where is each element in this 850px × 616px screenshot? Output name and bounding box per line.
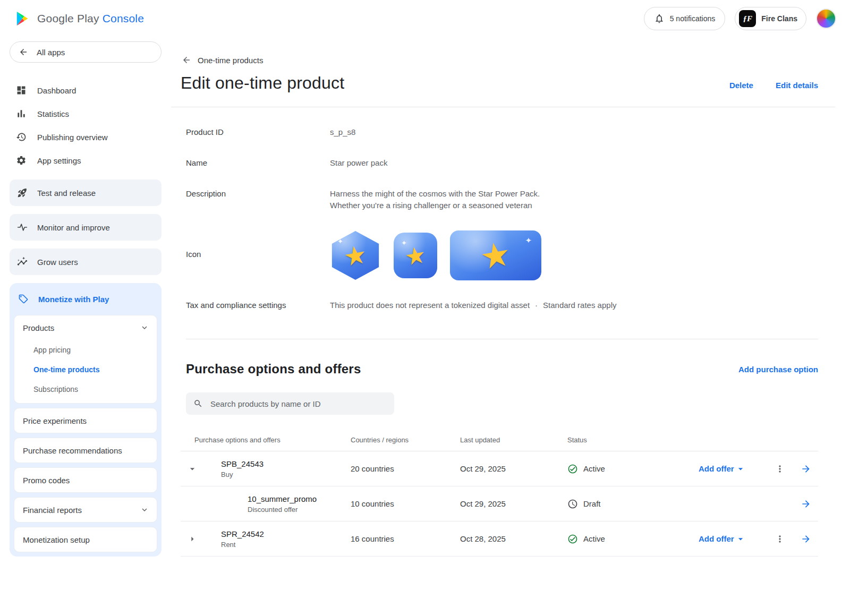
- app-name-label: Fire Clans: [761, 14, 797, 23]
- collapse-row-button[interactable]: [181, 464, 204, 474]
- sidebar-section-label: Monitor and improve: [37, 223, 110, 232]
- sidebar-item-dashboard[interactable]: Dashboard: [10, 79, 162, 102]
- top-bar: Google Play Console 5 notifications ƒF F…: [0, 0, 850, 37]
- description-label: Description: [186, 188, 330, 211]
- search-input[interactable]: [209, 399, 387, 409]
- status-label: Active: [583, 534, 605, 543]
- account-avatar[interactable]: [816, 8, 836, 29]
- status-label: Draft: [583, 499, 601, 508]
- page-title: Edit one-time product: [181, 73, 344, 93]
- sidebar-item-publishing-overview[interactable]: Publishing overview: [10, 125, 162, 149]
- clock-history-icon: [16, 132, 27, 142]
- open-row-button[interactable]: [794, 534, 818, 544]
- products-group-card: Products App pricing One-time products S…: [14, 315, 157, 404]
- status-label: Active: [583, 464, 605, 473]
- open-row-button[interactable]: [794, 464, 818, 474]
- section-divider: [186, 339, 818, 339]
- breadcrumb: One-time products: [181, 55, 818, 65]
- countries-cell: 20 countries: [351, 464, 460, 473]
- tax-value-primary: This product does not represent a tokeni…: [330, 300, 530, 311]
- gear-icon: [16, 155, 27, 166]
- add-offer-button[interactable]: Add offer: [699, 464, 766, 474]
- field-product-id: Product ID s_p_s8: [186, 126, 818, 138]
- status-badge: Active: [567, 464, 699, 474]
- brand-google-play: Google Play: [37, 12, 99, 24]
- sidebar-item-purchase-recommendations[interactable]: Purchase recommendations: [14, 438, 157, 463]
- sidebar-item-financial-reports[interactable]: Financial reports: [14, 498, 157, 522]
- open-row-button[interactable]: [794, 499, 818, 509]
- sidebar-item-monetization-setup[interactable]: Monetization setup: [14, 527, 157, 552]
- price-tag-icon: [18, 294, 29, 304]
- header-countries: Countries / regions: [351, 436, 460, 444]
- field-tax-compliance: Tax and compliance settings This product…: [186, 300, 818, 311]
- name-label: Name: [186, 157, 330, 169]
- notifications-button[interactable]: 5 notifications: [644, 7, 726, 30]
- purchase-option-type: Buy: [221, 470, 351, 478]
- header-purchase-options: Purchase options and offers: [181, 436, 351, 444]
- all-apps-label: All apps: [37, 48, 65, 57]
- sidebar-item-promo-codes[interactable]: Promo codes: [14, 468, 157, 492]
- sidebar-item-statistics[interactable]: Statistics: [10, 102, 162, 125]
- expander-down-icon: [187, 464, 198, 474]
- sidebar-section-test-and-release[interactable]: Test and release: [10, 179, 162, 206]
- sidebar-item-label: Purchase recommendations: [23, 446, 122, 455]
- add-purchase-option-button[interactable]: Add purchase option: [738, 365, 818, 374]
- product-id-value: s_p_s8: [330, 126, 355, 138]
- add-offer-button[interactable]: Add offer: [699, 534, 766, 544]
- app-switcher-button[interactable]: ƒF Fire Clans: [735, 7, 806, 30]
- google-play-logo-icon: [15, 11, 31, 27]
- sidebar: All apps Dashboard Statistics: [0, 37, 171, 572]
- header-status: Status: [567, 436, 699, 444]
- insights-chart-icon: [17, 256, 28, 267]
- last-updated-cell: Oct 28, 2025: [460, 534, 567, 543]
- expand-row-button[interactable]: [181, 534, 204, 544]
- purchase-option-id: SPR_24542: [221, 529, 351, 538]
- sidebar-section-grow-users[interactable]: Grow users: [10, 249, 162, 275]
- row-menu-button[interactable]: [766, 464, 794, 474]
- hexagon-star-badge-icon: [330, 231, 381, 280]
- sidebar-item-price-experiments[interactable]: Price experiments: [14, 408, 157, 433]
- back-arrow-icon[interactable]: [182, 55, 191, 65]
- play-console-logo[interactable]: Google Play Console: [15, 11, 144, 27]
- wide-star-badge-icon: [450, 230, 541, 280]
- purchase-options-table: Purchase options and offers Countries / …: [181, 427, 818, 557]
- dropdown-arrow-icon: [735, 464, 746, 474]
- table-row-purchase-option: SPR_24542 Rent 16 countries Oct 28, 2025…: [181, 521, 818, 557]
- search-icon: [193, 399, 203, 408]
- sidebar-item-label: Monetization setup: [23, 535, 90, 544]
- sidebar-section-monetize-with-play[interactable]: Monetize with Play: [14, 287, 157, 311]
- purchase-option-type: Rent: [221, 541, 351, 549]
- sidebar-item-one-time-products[interactable]: One-time products: [14, 360, 157, 379]
- all-apps-button[interactable]: All apps: [10, 41, 162, 63]
- sidebar-item-label: Publishing overview: [37, 133, 108, 142]
- sidebar-item-subscriptions[interactable]: Subscriptions: [14, 379, 157, 399]
- sidebar-section-monetize: Monetize with Play Products App pricing …: [10, 283, 162, 557]
- offer-id: 10_summer_promo: [248, 494, 351, 503]
- sidebar-item-label: Statistics: [37, 109, 69, 118]
- sidebar-item-products[interactable]: Products: [14, 315, 157, 340]
- bar-chart-icon: [16, 108, 27, 119]
- active-check-icon: [567, 464, 578, 474]
- sidebar-item-app-pricing[interactable]: App pricing: [14, 340, 157, 360]
- kebab-menu-icon: [775, 464, 785, 474]
- sidebar-item-label: One-time products: [33, 365, 99, 374]
- edit-details-button[interactable]: Edit details: [776, 81, 818, 90]
- row-menu-button[interactable]: [766, 534, 794, 544]
- kebab-menu-icon: [775, 534, 785, 544]
- tax-value-secondary: Standard rates apply: [543, 300, 616, 311]
- sidebar-section-monitor-and-improve[interactable]: Monitor and improve: [10, 214, 162, 241]
- purchase-option-id: SPB_24543: [221, 459, 351, 468]
- arrow-right-icon: [801, 499, 811, 509]
- draft-clock-icon: [567, 499, 578, 509]
- search-box: [186, 392, 394, 415]
- delete-button[interactable]: Delete: [729, 81, 753, 90]
- sidebar-item-app-settings[interactable]: App settings: [10, 149, 162, 172]
- back-arrow-icon: [19, 47, 28, 57]
- sidebar-item-label: Dashboard: [37, 86, 76, 95]
- offer-type: Discounted offer: [248, 506, 351, 514]
- breadcrumb-one-time-products[interactable]: One-time products: [198, 56, 263, 65]
- tax-separator: ·: [535, 300, 538, 311]
- title-divider: [171, 107, 835, 107]
- add-offer-label: Add offer: [699, 464, 734, 473]
- dashboard-icon: [16, 85, 27, 96]
